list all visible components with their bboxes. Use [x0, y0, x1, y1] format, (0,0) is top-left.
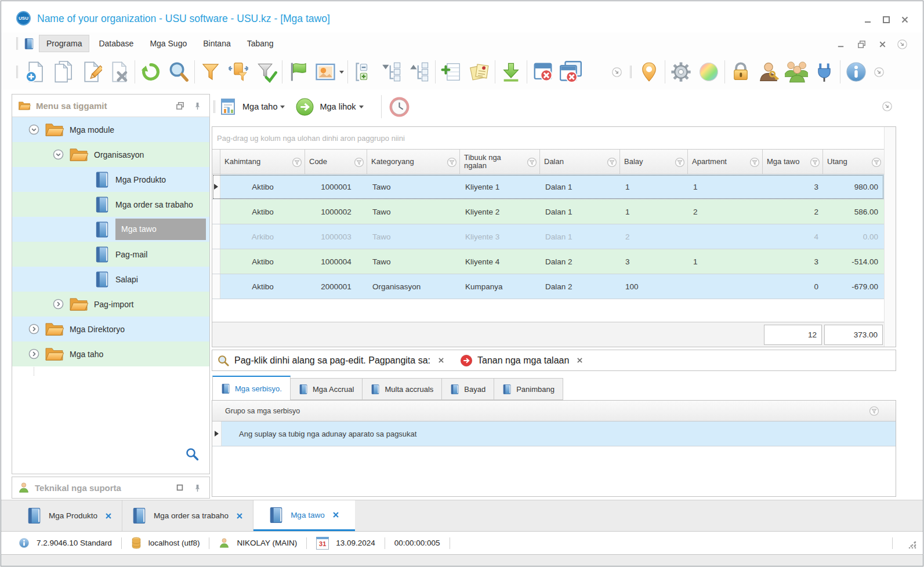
sidebar-header[interactable]: Menu sa tiggamit: [12, 94, 209, 117]
menu-mga-sugo[interactable]: Mga Sugo: [143, 35, 194, 52]
table-row[interactable]: Aktibo 2000001 Organisasyon Kumpanya Dal…: [212, 274, 884, 299]
toolbar-grip[interactable]: [16, 37, 18, 50]
filter-icon[interactable]: [527, 157, 537, 168]
tree-item-mga-produkto[interactable]: Mga Produkto: [12, 167, 209, 192]
filter-icon[interactable]: [810, 157, 820, 168]
info-button[interactable]: [842, 58, 870, 86]
copy-document-button[interactable]: [49, 58, 77, 86]
pin-panel-icon[interactable]: [191, 481, 204, 494]
column-header-tibuuk-nga-ngalan[interactable]: Tibuuk nga ngalan: [460, 150, 540, 174]
group-by-panel[interactable]: Pag-drag ug kolum nga ulohan dinhi aron …: [212, 127, 896, 149]
detail-column-header[interactable]: Grupo sa mga serbisyo: [212, 401, 896, 421]
column-header-apartment[interactable]: Apartment: [688, 150, 763, 174]
menu-bintana[interactable]: Bintana: [196, 35, 237, 52]
tab-mga-accrual[interactable]: Mga Accrual: [291, 378, 363, 400]
tree-item-pag-mail[interactable]: Pag-mail: [12, 242, 209, 267]
menu-programa[interactable]: Programa: [39, 35, 89, 52]
mdi-restore-button[interactable]: [855, 38, 868, 50]
tree-item-organisasyon[interactable]: Organisasyon: [12, 142, 209, 167]
toolbar-grip[interactable]: [213, 100, 215, 113]
column-header-balay[interactable]: Balay: [620, 150, 688, 174]
maximize-button[interactable]: [880, 14, 892, 26]
filter-icon[interactable]: [749, 157, 760, 168]
restore-panel-icon[interactable]: [173, 481, 186, 494]
tree-item-mga-taho[interactable]: Mga taho: [12, 341, 209, 366]
expand-groups-button[interactable]: [350, 58, 378, 86]
column-header-kahimtang[interactable]: Kahimtang: [220, 150, 305, 174]
expand-tree-button[interactable]: [405, 58, 433, 86]
toolbar-overflow-button[interactable]: [870, 58, 887, 86]
tree-item-mga-order-sa-trabaho[interactable]: Mga order sa trabaho: [12, 192, 209, 217]
edit-document-button[interactable]: [77, 58, 105, 86]
collapse-node-icon[interactable]: [53, 149, 64, 160]
toolbar-grip[interactable]: [630, 66, 632, 78]
reports-dropdown-button[interactable]: Mga taho: [219, 97, 285, 116]
close-button[interactable]: [899, 14, 911, 26]
clear-scope-icon[interactable]: [576, 357, 584, 364]
expand-node-icon[interactable]: [28, 348, 39, 359]
column-header-mga-tawo[interactable]: Mga tawo: [763, 150, 823, 174]
menu-tabang[interactable]: Tabang: [240, 35, 281, 52]
expand-node-icon[interactable]: [53, 299, 64, 310]
filter-icon[interactable]: [871, 157, 882, 168]
filter-icon[interactable]: [869, 406, 879, 416]
flag-button[interactable]: [284, 58, 312, 86]
column-header-dalan[interactable]: Dalan: [540, 150, 620, 174]
toolbar-overflow-button[interactable]: [609, 58, 624, 86]
table-scrollbar[interactable]: [884, 127, 896, 347]
toolbar-overflow-button[interactable]: [882, 101, 893, 112]
close-tab-icon[interactable]: [104, 512, 113, 520]
picture-button[interactable]: [312, 58, 346, 86]
add-document-button[interactable]: [21, 58, 49, 86]
mdi-overflow-button[interactable]: [896, 38, 908, 50]
tree-item-salapi[interactable]: Salapi: [12, 267, 209, 292]
notes-button[interactable]: [465, 58, 493, 86]
filter-icon[interactable]: [292, 157, 302, 168]
tab-bayad[interactable]: Bayad: [442, 378, 494, 400]
table-row[interactable]: Aktibo 1000001 Tawo Kliyente 1 Dalan 1 1…: [212, 175, 884, 199]
tree-item-mga-tawo[interactable]: Mga tawo: [12, 217, 209, 242]
close-tab-icon[interactable]: [235, 512, 244, 520]
doc-tab-mga-produkto[interactable]: Mga Produkto: [17, 500, 122, 531]
filter-icon[interactable]: [354, 157, 364, 168]
doc-tab-mga-order-sa-trabaho[interactable]: Mga order sa trabaho: [122, 500, 253, 531]
filter-icon[interactable]: [447, 157, 457, 168]
lock-button[interactable]: [727, 58, 755, 86]
menu-database[interactable]: Database: [92, 35, 140, 52]
doc-tab-mga-tawo[interactable]: Mga tawo: [253, 500, 355, 531]
location-button[interactable]: [635, 58, 663, 86]
close-tab-icon[interactable]: [332, 511, 340, 519]
scheduler-button[interactable]: [389, 96, 410, 118]
minimize-button[interactable]: [862, 14, 874, 26]
close-window-button[interactable]: [529, 58, 557, 86]
settings-button[interactable]: [667, 58, 695, 86]
tree-search-button[interactable]: [185, 447, 199, 461]
filter-icon[interactable]: [607, 157, 617, 168]
filter-builder-button[interactable]: [224, 58, 252, 86]
close-all-windows-button[interactable]: [557, 58, 585, 86]
search-edit-hint[interactable]: Pag-klik dinhi alang sa pag-edit. Pagpan…: [234, 355, 430, 366]
collapse-node-icon[interactable]: [28, 124, 39, 135]
plugin-button[interactable]: [810, 58, 838, 86]
filter-button[interactable]: [197, 58, 224, 86]
mdi-close-button[interactable]: [876, 38, 889, 50]
toolbar-grip[interactable]: [16, 66, 18, 78]
records-scope-label[interactable]: Tanan nga mga talaan: [477, 355, 569, 366]
tree-item-mga-direktoryo[interactable]: Mga Direktoryo: [12, 317, 209, 341]
actions-dropdown-button[interactable]: Mga lihok: [295, 97, 363, 117]
user-permissions-button[interactable]: [755, 58, 782, 86]
table-row[interactable]: Aktibo 1000004 Tawo Kliyente 4 Dalan 2 3…: [212, 249, 884, 274]
tab-panimbang[interactable]: Panimbang: [494, 378, 563, 400]
column-header-kategoryang[interactable]: Kategoryang: [367, 150, 460, 174]
column-header-utang[interactable]: Utang: [823, 150, 884, 174]
tab-mga-serbisyo[interactable]: Mga serbisyo.: [212, 376, 291, 400]
add-row-button[interactable]: [437, 58, 465, 86]
pin-panel-icon[interactable]: [191, 99, 204, 112]
resize-grip[interactable]: [908, 540, 917, 550]
restore-panel-icon[interactable]: [173, 99, 186, 112]
support-panel[interactable]: Teknikal nga suporta: [12, 477, 210, 499]
tree-item-mga-module[interactable]: Mga module: [12, 117, 209, 142]
delete-document-button[interactable]: [105, 58, 133, 86]
table-row-archived[interactable]: Arkibo 1000003 Tawo Kliyente 3 Dalan 1 2…: [212, 224, 884, 249]
tree-item-pag-import[interactable]: Pag-import: [12, 292, 209, 317]
